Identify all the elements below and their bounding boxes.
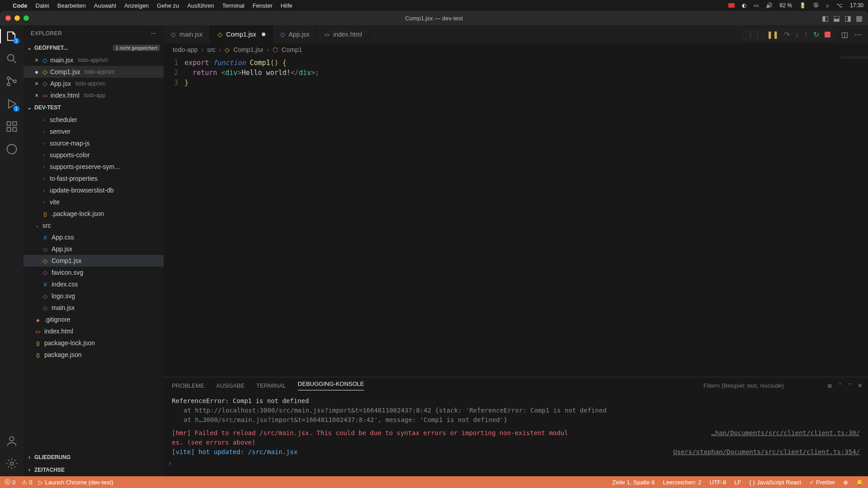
breadcrumb-item[interactable]: Comp1.jsx <box>233 46 263 53</box>
menu-run[interactable]: Ausführen <box>187 2 214 9</box>
tree-file[interactable]: App.jsx <box>24 243 164 255</box>
menu-selection[interactable]: Auswahl <box>94 2 116 9</box>
menu-window[interactable]: Fenster <box>253 2 273 9</box>
debug-step-out-button[interactable]: ↑ <box>804 30 808 38</box>
panel-tab-output[interactable]: AUSGABE <box>216 382 245 389</box>
outline-header[interactable]: › GLIEDERUNG <box>24 451 164 464</box>
breadcrumb-item[interactable]: src <box>207 46 216 53</box>
open-editors-header[interactable]: ⌄ GEÖFFNET... 1 nicht gespeichert <box>24 42 164 54</box>
battery-icon[interactable]: 🔋 <box>799 2 806 9</box>
menu-terminal[interactable]: Terminal <box>222 2 245 9</box>
editor-tab[interactable]: main.jsx <box>164 25 210 43</box>
layout-bottom-icon[interactable]: ⬓ <box>833 14 840 23</box>
activity-debug[interactable]: 1 <box>5 98 18 110</box>
close-icon[interactable]: × <box>33 80 40 87</box>
filter-icon[interactable]: ≣ <box>827 382 832 389</box>
debug-step-into-button[interactable]: ↓ <box>795 30 799 38</box>
status-cloud-icon[interactable]: ◐ <box>742 2 746 9</box>
window-close-button[interactable] <box>5 15 11 21</box>
panel-chevron-icon[interactable]: ˅ <box>848 382 851 389</box>
status-eol[interactable]: LF <box>734 479 741 486</box>
timeline-header[interactable]: › ZEITACHSE <box>24 464 164 476</box>
minimap[interactable] <box>841 56 868 74</box>
wifi-icon[interactable]: ⦿ <box>813 2 819 9</box>
panel-maximize-icon[interactable]: ˄ <box>839 382 842 389</box>
status-encoding[interactable]: UTF-8 <box>710 479 726 486</box>
source-link[interactable]: Users/stephan/Documents/src/client/clien… <box>673 447 860 457</box>
tree-folder[interactable]: ›update-browserslist-db <box>24 184 164 196</box>
debug-step-over-button[interactable]: ↷ <box>784 30 790 39</box>
panel-close-icon[interactable]: ✕ <box>858 382 863 389</box>
activity-scm[interactable] <box>5 75 18 88</box>
status-prettier[interactable]: ✓ Prettier <box>809 479 835 486</box>
open-editor-item[interactable]: ×index.htmltodo-app <box>24 89 164 101</box>
window-zoom-button[interactable] <box>24 15 29 21</box>
debug-pause-button[interactable]: ❚❚ <box>767 30 778 39</box>
activity-extensions[interactable] <box>5 120 18 133</box>
status-indent[interactable]: Leerzeichen: 2 <box>663 479 701 486</box>
clock[interactable]: 17:30 <box>850 2 863 9</box>
breadcrumb-item[interactable]: todo-app <box>173 46 198 53</box>
tree-folder[interactable]: ⌄src <box>24 220 164 231</box>
menu-file[interactable]: Datei <box>36 2 49 9</box>
menu-edit[interactable]: Bearbeiten <box>57 2 86 9</box>
close-icon[interactable]: × <box>33 92 40 99</box>
activity-account[interactable] <box>5 435 18 447</box>
debug-restart-button[interactable]: ↻ <box>813 30 819 39</box>
layout-grid-icon[interactable]: ▦ <box>856 14 863 23</box>
status-display-icon[interactable]: ▭ <box>754 2 759 9</box>
split-editor-icon[interactable]: ◫ <box>841 30 848 39</box>
debug-console-output[interactable]: ReferenceError: Comp1 is not defined at … <box>164 394 868 476</box>
tree-file[interactable]: .gitignore <box>24 314 164 325</box>
tree-file[interactable]: logo.svg <box>24 290 164 302</box>
recording-icon[interactable] <box>728 3 735 8</box>
editor-tab[interactable]: index.html <box>317 25 370 43</box>
sidebar-more-icon[interactable]: ⋯ <box>151 30 157 37</box>
window-minimize-button[interactable] <box>14 15 20 21</box>
tree-folder[interactable]: ›to-fast-properties <box>24 173 164 184</box>
tree-file[interactable]: main.jsx <box>24 302 164 314</box>
activity-settings[interactable] <box>5 457 18 470</box>
debug-drag-icon[interactable]: ⋮⋮ <box>747 30 761 39</box>
status-language[interactable]: { } JavaScript React <box>750 479 802 486</box>
status-feedback-icon[interactable]: ⊕ <box>843 479 848 486</box>
source-link[interactable]: …han/Documents/src/client/client.ts:30/ <box>711 428 860 438</box>
code-editor[interactable]: 123 export function Comp1() { return <di… <box>164 56 868 377</box>
tree-folder[interactable]: ›source-map-js <box>24 137 164 149</box>
status-volume-icon[interactable]: 🔊 <box>766 2 773 9</box>
tree-file[interactable]: index.html <box>24 325 164 337</box>
menu-view[interactable]: Anzeigen <box>124 2 149 9</box>
panel-tab-terminal[interactable]: TERMINAL <box>256 382 286 389</box>
workspace-header[interactable]: ⌄ DEV-TEST <box>24 101 164 114</box>
editor-more-icon[interactable]: ⋯ <box>854 30 862 39</box>
breadcrumb-item[interactable]: Comp1 <box>282 46 302 53</box>
tree-folder[interactable]: ›vite <box>24 196 164 208</box>
filter-input[interactable] <box>703 382 821 389</box>
tree-file[interactable]: .package-lock.json <box>24 208 164 220</box>
status-warnings[interactable]: ⚠ 0 <box>22 479 32 486</box>
menu-goto[interactable]: Gehe zu <box>157 2 179 9</box>
breadcrumb[interactable]: todo-app› src› Comp1.jsx› ⬡ Comp1 <box>164 43 868 56</box>
activity-search[interactable] <box>5 52 18 65</box>
open-editor-item[interactable]: ×App.jsxtodo-app/src <box>24 78 164 89</box>
modified-dot-icon[interactable]: ● <box>33 68 40 75</box>
tree-file[interactable]: App.css <box>24 231 164 243</box>
menu-help[interactable]: Hilfe <box>281 2 292 9</box>
code-content[interactable]: export function Comp1() { return <div>He… <box>184 58 319 377</box>
panel-tab-debug-console[interactable]: DEBUGGING-KONSOLE <box>298 380 364 390</box>
tree-folder[interactable]: ›scheduler <box>24 114 164 126</box>
close-icon[interactable]: × <box>33 56 40 64</box>
app-name[interactable]: Code <box>13 2 28 9</box>
tree-folder[interactable]: ›supports-color <box>24 149 164 161</box>
panel-tab-problems[interactable]: PROBLEME <box>172 382 204 389</box>
tree-file[interactable]: package-lock.json <box>24 337 164 349</box>
layout-left-icon[interactable]: ◧ <box>822 14 829 23</box>
activity-remote[interactable] <box>5 143 18 155</box>
open-editor-item[interactable]: ●Comp1.jsxtodo-app/src <box>24 66 164 78</box>
tree-folder[interactable]: ›supports-preserve-sym... <box>24 161 164 173</box>
open-editor-item[interactable]: ×main.jsxtodo-app/src <box>24 54 164 66</box>
console-prompt-icon[interactable]: › <box>168 459 172 468</box>
status-launch[interactable]: ▷ Launch Chrome (dev-test) <box>38 479 113 486</box>
control-center-icon[interactable]: ⌥ <box>836 2 843 9</box>
debug-stop-button[interactable] <box>825 32 830 38</box>
